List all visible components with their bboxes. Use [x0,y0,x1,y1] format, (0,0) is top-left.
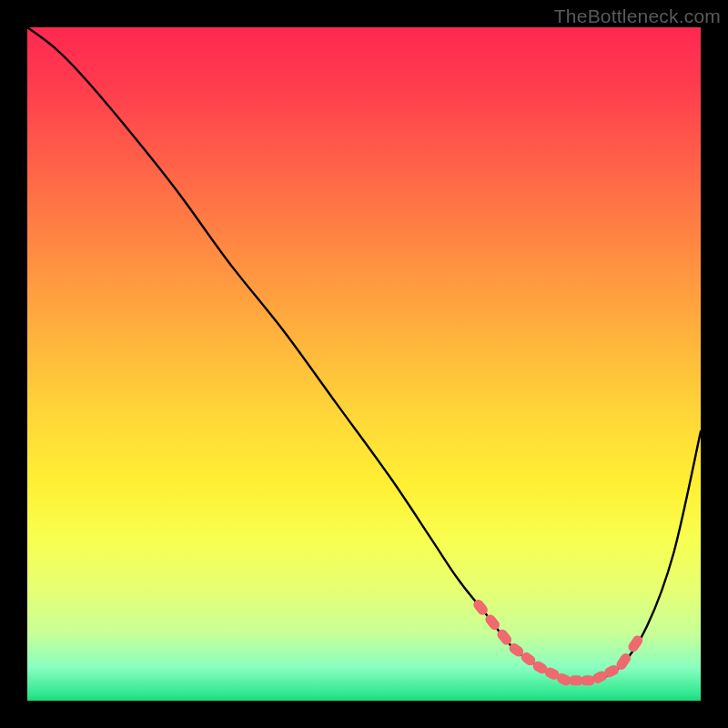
optimal-zone-dash [490,620,495,625]
optimal-zone-dash [633,641,638,647]
optimal-zone-marker [479,605,638,681]
optimal-zone-dash [502,634,507,640]
optimal-zone-dash [622,659,626,665]
watermark-text: TheBottleneck.com [554,5,721,27]
bottleneck-curve-line [27,27,701,682]
optimal-zone-dash [550,672,554,674]
optimal-zone-dash [479,605,483,611]
optimal-zone-dash [538,666,542,669]
optimal-zone-dash [598,676,602,678]
plot-area [27,27,701,701]
optimal-zone-dash [561,679,566,681]
optimal-zone-dash [526,657,531,660]
optimal-zone-dash [610,670,614,672]
chart-frame: TheBottleneck.com [0,0,728,728]
curve-svg [27,27,701,701]
optimal-zone-dash [514,649,519,652]
